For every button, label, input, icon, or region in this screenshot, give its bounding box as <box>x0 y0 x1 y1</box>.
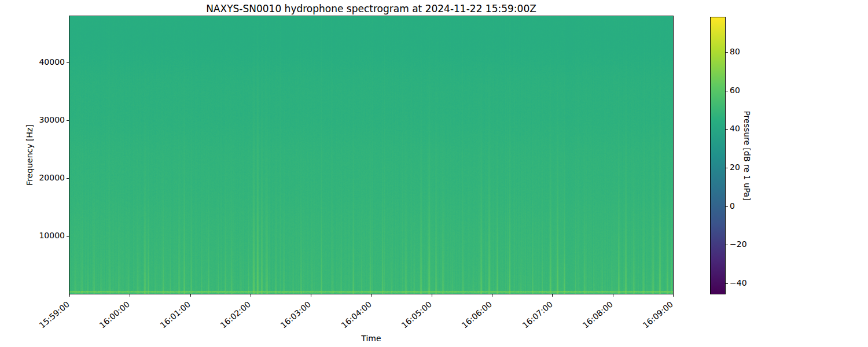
x-tick-label: 16:02:00 <box>219 300 252 330</box>
x-tick-label: 16:09:00 <box>641 300 675 330</box>
y-tick-mark <box>67 120 69 121</box>
x-tick-mark <box>673 294 674 297</box>
colorbar-tick-label: 80 <box>730 47 740 56</box>
colorbar-tick-label: 20 <box>730 163 740 172</box>
y-tick-label: 30000 <box>0 115 65 124</box>
colorbar-tick-label: 60 <box>730 86 740 95</box>
x-tick-mark <box>613 294 613 297</box>
x-tick-mark <box>69 294 70 297</box>
x-tick-mark <box>251 294 251 297</box>
colorbar-gradient <box>711 17 725 294</box>
y-tick-label: 10000 <box>0 231 65 240</box>
x-tick-label: 15:59:00 <box>38 300 71 330</box>
colorbar-tick-mark <box>726 52 728 53</box>
x-tick-label: 16:04:00 <box>339 300 373 330</box>
x-axis-label: Time <box>69 334 673 343</box>
colorbar-tick-label: −40 <box>730 278 747 287</box>
plot-area <box>69 16 674 294</box>
x-tick-mark <box>372 294 372 297</box>
colorbar-tick-mark <box>726 283 728 284</box>
y-tick-label: 20000 <box>0 173 65 182</box>
colorbar-tick-label: −20 <box>730 239 747 249</box>
x-tick-mark <box>552 294 553 297</box>
spectrogram-canvas <box>69 16 673 294</box>
spectrogram-figure: NAXYS-SN0010 hydrophone spectrogram at 2… <box>0 0 868 347</box>
x-tick-mark <box>492 294 492 297</box>
colorbar-tick-mark <box>726 91 728 91</box>
y-tick-mark <box>67 236 69 237</box>
y-tick-label: 40000 <box>0 57 65 67</box>
x-tick-label: 16:01:00 <box>158 300 192 330</box>
colorbar-label: Pressure [dB re 1 uPa] <box>742 110 752 200</box>
x-tick-label: 16:05:00 <box>399 300 433 330</box>
x-tick-mark <box>130 294 130 297</box>
colorbar-tick-mark <box>726 129 728 130</box>
colorbar-tick-mark <box>726 206 728 207</box>
colorbar-tick-mark <box>726 245 728 245</box>
x-tick-mark <box>432 294 432 297</box>
chart-title: NAXYS-SN0010 hydrophone spectrogram at 2… <box>69 3 673 14</box>
colorbar-tick-label: 40 <box>730 124 740 133</box>
x-tick-mark <box>190 294 191 297</box>
colorbar-tick-label: 0 <box>730 201 735 211</box>
x-tick-mark <box>311 294 311 297</box>
colorbar-tick-mark <box>726 168 728 168</box>
x-tick-label: 16:00:00 <box>98 300 131 330</box>
x-tick-label: 16:06:00 <box>460 300 494 330</box>
colorbar <box>710 17 726 294</box>
y-tick-mark <box>67 62 69 63</box>
x-tick-label: 16:08:00 <box>580 300 614 330</box>
y-tick-mark <box>67 178 69 179</box>
x-tick-label: 16:03:00 <box>279 300 312 330</box>
x-tick-label: 16:07:00 <box>520 300 554 330</box>
